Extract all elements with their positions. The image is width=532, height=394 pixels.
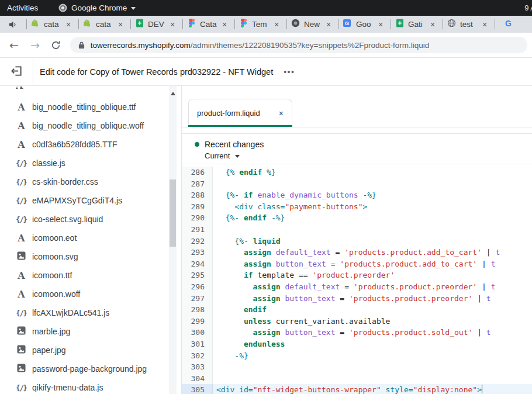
changes-status-dot (195, 142, 199, 147)
code-line[interactable]: 302 -%} (182, 350, 532, 362)
back-button[interactable]: ← (9, 40, 19, 51)
code-line[interactable]: 291 (182, 224, 532, 236)
code-line[interactable]: 296 assign default_text = 'products.prod… (182, 281, 532, 293)
browser-tab[interactable]: G Goo × (339, 16, 391, 33)
tab-favicon: G (504, 20, 513, 29)
tab-close-icon[interactable]: × (378, 20, 383, 29)
file-list-item[interactable]: {/} classie.js (0, 154, 167, 172)
file-name: eMAPMXSyTCgGdiT4.js (32, 196, 122, 205)
code-line[interactable]: 299 unless current_variant.available (182, 316, 532, 327)
code-line[interactable]: 305 <div id="nft-widget-buttons-wrapper"… (182, 384, 532, 394)
tab-close-icon[interactable]: × (170, 20, 175, 29)
tab-title: Cata (200, 20, 219, 29)
code-line[interactable]: 287 (182, 178, 532, 190)
browser-tab-strip: cata × cata × DEV × Cata × Tem × (0, 16, 532, 33)
file-list-item[interactable]: icomoon.svg (0, 247, 167, 266)
file-list-item[interactable]: marble.jpg (0, 322, 167, 341)
browser-tab[interactable]: New × (287, 16, 338, 33)
file-list-item[interactable]: A c0df3a6b528fdd85.TTF (0, 135, 167, 154)
version-dropdown[interactable]: Current (205, 151, 532, 160)
exit-icon (11, 65, 23, 80)
code-area[interactable]: 286 {% endif %} 287 288 {%- if enable_dy… (182, 165, 532, 394)
reload-button[interactable] (51, 40, 61, 50)
file-list-item[interactable]: paper.jpg (0, 341, 167, 360)
file-list: A big_noodle_titling_oblique.ttf A big_n… (0, 98, 167, 394)
code-line[interactable]: 290 {%- endif -%} (182, 212, 532, 224)
browser-toolbar: ← → towerrecords.myshopify.com/admin/the… (0, 33, 532, 58)
more-actions-button[interactable]: ••• (284, 67, 295, 77)
tab-favicon (395, 20, 404, 29)
browser-tab[interactable]: cata × (79, 16, 130, 33)
scrollbar-thumb[interactable] (170, 179, 176, 247)
line-number: 292 (182, 236, 213, 247)
code-line[interactable]: 303 (182, 361, 532, 373)
tab-close-icon[interactable]: × (222, 20, 227, 29)
tab-title: New (304, 20, 323, 29)
tab-close-icon[interactable]: × (482, 20, 487, 29)
exit-code-editor-button[interactable] (0, 58, 33, 85)
browser-tab[interactable]: test × (443, 16, 495, 33)
tab-favicon (291, 20, 300, 29)
code-line[interactable]: 292 {%- liquid (182, 236, 532, 247)
code-line[interactable]: 301 endunless (182, 338, 532, 350)
code-line[interactable]: 294 assign button_text = 'products.produ… (182, 258, 532, 270)
activities-button[interactable]: Activities (7, 4, 38, 12)
code-line[interactable]: 289 <div class="payment-buttons"> (182, 201, 532, 213)
file-list-item[interactable]: A icomoon.eot (0, 229, 167, 247)
tab-title: test (460, 20, 479, 29)
browser-tab[interactable]: DEV × (131, 16, 182, 33)
file-name: marble.jpg (32, 327, 70, 336)
file-list-item[interactable]: {/} lfcAXLwjkDALc541.js (0, 303, 167, 322)
figma-favicon-icon (241, 19, 247, 30)
browser-tab[interactable]: Gati × (391, 16, 443, 33)
tab-close-icon[interactable]: × (326, 20, 331, 29)
tab-close-icon[interactable]: × (274, 20, 279, 29)
file-list-item[interactable]: A icomoon.woff (0, 285, 167, 303)
file-type-icon (16, 251, 27, 262)
image-file-icon (17, 326, 26, 337)
code-line[interactable]: 300 assign button_text = 'products.produ… (182, 327, 532, 338)
app-menu-button[interactable]: Google Chrome (58, 4, 136, 12)
file-list-item[interactable]: A big_noodle_titling_oblique.ttf (0, 98, 167, 116)
file-list-item[interactable]: A big_noodle_titling_oblique.woff (0, 116, 167, 135)
file-list-item[interactable]: {/} eMAPMXSyTCgGdiT4.js (0, 191, 167, 210)
file-type-icon: A (16, 139, 27, 150)
forward-button[interactable]: → (30, 40, 40, 51)
browser-tab[interactable]: G (495, 16, 521, 33)
editor-file-tab[interactable]: product-form.liquid × (188, 99, 292, 127)
tab-close-icon[interactable]: × (430, 20, 435, 29)
file-list-item[interactable]: {/} cs-skin-border.css (0, 172, 167, 191)
file-list-item[interactable]: password-page-background.jpg (0, 360, 167, 378)
url-text: towerrecords.myshopify.com/admin/themes/… (91, 41, 429, 50)
tab-audio-button[interactable] (0, 20, 26, 29)
file-type-icon: {/} (16, 307, 27, 318)
line-number: 302 (182, 350, 213, 362)
font-file-icon: A (18, 120, 25, 132)
lock-icon[interactable] (78, 41, 85, 49)
version-label: Current (205, 151, 230, 160)
code-line[interactable]: 295 if template == 'product.preorder' (182, 269, 532, 281)
url-bar[interactable]: towerrecords.myshopify.com/admin/themes/… (70, 37, 527, 53)
code-line[interactable]: 286 {% endif %} (182, 167, 532, 178)
file-list-item[interactable]: A icomoon.ttf (0, 266, 167, 285)
code-line[interactable]: 304 (182, 373, 532, 385)
active-tab-underline (188, 125, 292, 127)
scroll-up-icon[interactable] (171, 92, 175, 95)
browser-tab[interactable]: Tem × (235, 16, 286, 33)
file-list-item[interactable]: {/} ico-select.svg.liquid (0, 210, 167, 229)
file-list-item[interactable]: {/} qikify-tmenu-data.js (0, 378, 167, 394)
editor-tab-close-icon[interactable]: × (279, 109, 284, 118)
browser-tab[interactable]: Cata × (183, 16, 234, 33)
browser-tab[interactable]: cata × (27, 16, 78, 33)
code-line[interactable]: 297 assign button_text = 'products.produ… (182, 293, 532, 305)
code-line[interactable]: 293 assign default_text = 'products.prod… (182, 247, 532, 258)
sidebar-scrollbar[interactable] (169, 86, 177, 394)
tab-close-icon[interactable]: × (118, 20, 123, 29)
code-line-content: unless current_variant.available (213, 316, 532, 327)
code-file-icon: {/} (16, 177, 27, 187)
file-type-icon: A (16, 102, 27, 113)
file-type-icon: {/} (16, 195, 27, 206)
tab-close-icon[interactable]: × (66, 20, 71, 29)
code-line[interactable]: 288 {%- if enable_dynamic_buttons -%} (182, 189, 532, 201)
code-line[interactable]: 298 endif (182, 304, 532, 316)
